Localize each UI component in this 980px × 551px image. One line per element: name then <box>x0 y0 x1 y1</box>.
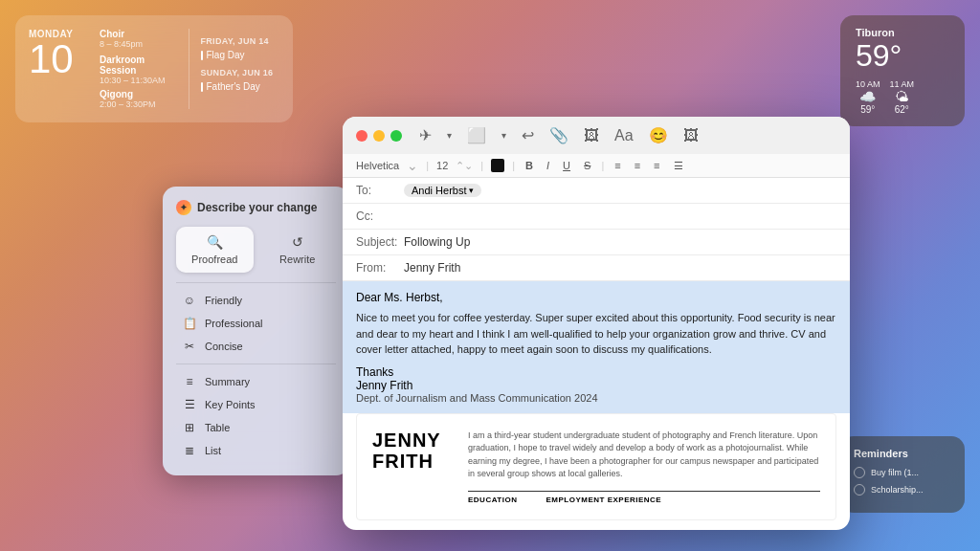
menu-item-concise-label: Concise <box>205 341 243 352</box>
menu-item-professional[interactable]: 📋 Professional <box>176 312 336 335</box>
table-icon: ⊞ <box>182 421 197 434</box>
mail-window: ✈ ▾ ⬜ ▾ ↩ 📎 🖼 Aa 😊 🖼 Helvetica ⌄ | 12 ⌃⌄… <box>343 117 850 530</box>
reminder-checkbox-1[interactable] <box>854 467 865 478</box>
mail-format-bar: Helvetica ⌄ | 12 ⌃⌄ | | B I U S | ≡ ≡ ≡ … <box>343 154 850 178</box>
friendly-icon: ☺ <box>182 294 197 307</box>
recipient-name: Andi Herbst <box>412 185 466 196</box>
weather-hour-1: 10 AM ☁️ 59° <box>856 79 880 115</box>
calendar-widget: MONDAY 10 Choir 8 – 8:45pm Darkroom Sess… <box>15 15 293 122</box>
cc-input[interactable] <box>404 209 836 223</box>
mail-fields: To: Andi Herbst ▾ Cc: Subject: Following… <box>343 178 850 281</box>
menu-item-concise[interactable]: ✂ Concise <box>176 335 336 358</box>
mail-sign: Thanks Jenny Frith Dept. of Journalism a… <box>356 365 836 404</box>
keypoints-icon: ☰ <box>182 398 197 411</box>
menu-item-table[interactable]: ⊞ Table <box>176 416 336 439</box>
reminder-checkbox-2[interactable] <box>854 484 865 496</box>
weather-forecast: 10 AM ☁️ 59° 11 AM 🌤 62° <box>856 79 949 115</box>
italic-button[interactable]: I <box>544 159 552 172</box>
calendar-holiday-fathers: Father's Day <box>201 81 280 92</box>
weather-temp-1: 59° <box>856 104 880 115</box>
weather-hour-label-1: 10 AM <box>856 79 880 89</box>
fullscreen-button[interactable] <box>390 130 402 142</box>
mail-greeting: Dear Ms. Herbst, <box>356 291 836 304</box>
subject-value: Following Up <box>404 235 470 249</box>
menu-item-list[interactable]: ≣ List <box>176 439 336 462</box>
subject-label: Subject: <box>356 235 404 249</box>
calendar-event-2: Darkroom Session <box>100 55 179 76</box>
weather-cloud-icon: ☁️ <box>856 89 880 104</box>
weather-temperature: 59° <box>856 38 949 74</box>
color-picker[interactable] <box>491 159 504 172</box>
reminders-widget: Reminders Buy film (1... Scholarship... <box>840 436 965 513</box>
to-field-row: To: Andi Herbst ▾ <box>343 178 850 204</box>
align-center-button[interactable]: ≡ <box>632 159 643 172</box>
recipient-tag[interactable]: Andi Herbst ▾ <box>404 184 481 197</box>
menu-item-keypoints[interactable]: ☰ Key Points <box>176 393 336 416</box>
menu-item-summary[interactable]: ≡ Summary <box>176 370 336 393</box>
menu-item-keypoints-label: Key Points <box>205 399 256 410</box>
underline-button[interactable]: U <box>560 159 573 172</box>
weather-widget: Tiburon 59° 10 AM ☁️ 59° 11 AM 🌤 62° <box>840 15 965 126</box>
strikethrough-button[interactable]: S <box>581 159 593 172</box>
summary-icon: ≡ <box>182 375 197 388</box>
writing-tools-header: ✦ Describe your change <box>176 200 336 215</box>
reminders-title: Reminders <box>854 448 951 459</box>
professional-icon: 📋 <box>182 317 197 330</box>
writing-tools-tabs: 🔍 Proofread ↺ Rewrite <box>176 227 336 273</box>
align-right-button[interactable]: ≡ <box>651 159 662 172</box>
weather-city: Tiburon <box>856 27 949 38</box>
rewrite-icon: ↺ <box>292 234 303 250</box>
resume-preview: JENNYFRITH I am a third-year student und… <box>356 413 836 520</box>
layout-dropdown-icon[interactable]: ▾ <box>501 130 506 141</box>
recipient-dropdown[interactable]: ▾ <box>469 186 474 195</box>
send-icon[interactable]: ✈ <box>419 126 432 144</box>
divider-1 <box>176 282 336 283</box>
list-icon: ≣ <box>182 444 197 457</box>
calendar-event-3: Qigong <box>100 89 179 99</box>
reminder-item-2: Scholarship... <box>854 484 951 496</box>
list-format-button[interactable]: ☰ <box>671 159 686 173</box>
attach-icon[interactable]: 📎 <box>549 126 568 144</box>
menu-item-summary-label: Summary <box>205 376 250 387</box>
tab-rewrite[interactable]: ↺ Rewrite <box>259 227 337 273</box>
mail-body-selected[interactable]: Dear Ms. Herbst, Nice to meet you for co… <box>343 281 850 413</box>
align-left-button[interactable]: ≡ <box>612 159 623 172</box>
from-label: From: <box>356 261 404 275</box>
mail-signature-dept: Dept. of Journalism and Mass Communicati… <box>356 392 836 404</box>
calendar-section-fri: FRIDAY, JUN 14 <box>201 36 280 46</box>
calendar-event-name: Choir <box>100 29 179 39</box>
cc-label: Cc: <box>356 209 404 223</box>
resume-footer: EDUCATION EMPLOYMENT EXPERIENCE <box>468 491 820 504</box>
resume-content: I am a third-year student undergraduate … <box>468 430 820 504</box>
writing-tools-icon: ✦ <box>176 200 191 215</box>
bold-button[interactable]: B <box>523 159 536 172</box>
calendar-day-name: MONDAY <box>29 29 74 39</box>
resume-name: JENNYFRITH <box>372 430 449 504</box>
tab-proofread-label: Proofread <box>191 253 237 265</box>
photo-icon[interactable]: 🖼 <box>584 127 599 144</box>
font-dropdown-arrow[interactable]: ⌄ <box>407 158 418 173</box>
layout-icon[interactable]: ⬜ <box>467 126 486 144</box>
menu-item-friendly-label: Friendly <box>205 295 242 306</box>
minimize-button[interactable] <box>373 130 385 142</box>
tab-rewrite-label: Rewrite <box>279 253 315 265</box>
send-dropdown-icon[interactable]: ▾ <box>447 130 452 141</box>
size-stepper[interactable]: ⌃⌄ <box>456 160 473 172</box>
tab-proofread[interactable]: 🔍 Proofread <box>176 227 254 273</box>
to-label: To: <box>356 184 404 197</box>
divider-2 <box>176 364 336 364</box>
font-icon[interactable]: Aa <box>614 127 634 144</box>
calendar-holiday-flag: Flag Day <box>201 50 280 60</box>
menu-item-friendly[interactable]: ☺ Friendly <box>176 289 336 312</box>
undo-icon[interactable]: ↩ <box>522 126 534 144</box>
from-field-row: From: Jenny Frith <box>343 255 850 281</box>
calendar-section-sun: SUNDAY, JUN 16 <box>201 68 280 77</box>
from-value: Jenny Frith <box>404 261 460 275</box>
emoji-icon[interactable]: 😊 <box>649 126 668 144</box>
reminder-text-1: Buy film (1... <box>871 468 919 477</box>
font-name[interactable]: Helvetica <box>356 160 399 171</box>
close-button[interactable] <box>356 130 368 142</box>
menu-item-list-label: List <box>205 445 221 456</box>
media-icon[interactable]: 🖼 <box>683 127 699 144</box>
font-size[interactable]: 12 <box>436 160 448 171</box>
